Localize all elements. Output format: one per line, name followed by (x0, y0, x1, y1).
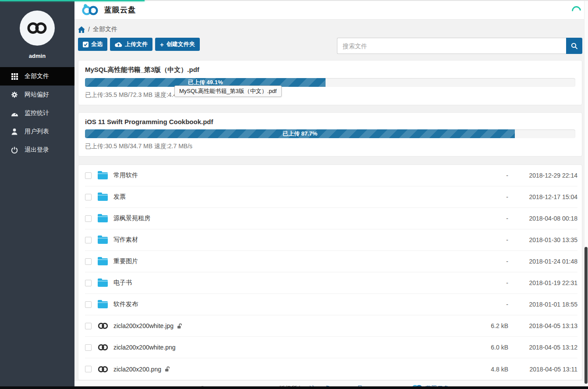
file-date: 2018-01-19 22:31 (508, 279, 577, 286)
file-name[interactable]: 重要图片 (113, 257, 138, 265)
scrollbar-thumb[interactable] (584, 247, 588, 384)
gear-icon (11, 91, 18, 98)
file-name[interactable]: zicla200x200.png (113, 366, 161, 373)
folder-icon (98, 172, 108, 179)
file-size: - (460, 279, 508, 286)
icon-cell (98, 322, 113, 329)
sidebar-item-label: 退出登录 (25, 146, 49, 154)
table-row[interactable]: zicla200x200white.png 6.0 kB 2018-04-05 … (85, 337, 577, 358)
main-area: 蓝眼云盘 / 全部文件 全选 (74, 0, 588, 386)
file-name[interactable]: 软件发布 (113, 300, 138, 308)
table-row[interactable]: 写作素材 - 2018-01-30 13:35 (85, 229, 577, 251)
file-date: 2018-04-08 00:18 (508, 215, 577, 222)
file-size: - (460, 172, 508, 179)
row-checkbox[interactable] (85, 344, 92, 351)
upload-progress-track: 已上传 49.1% (85, 78, 575, 87)
brand-logo-icon (80, 3, 100, 16)
table-row[interactable]: 电子书 - 2018-01-19 22:31 (85, 272, 577, 294)
sidebar-item-label: 用户列表 (25, 128, 49, 136)
icon-cell (98, 236, 113, 244)
upload-card: MySQL高性能书籍_第3版（中文）.pdf 已上传 49.1% 已上传:35.… (78, 60, 582, 105)
table-row[interactable]: 发票 - 2018-12-17 15:04 (85, 186, 577, 208)
table-row[interactable]: 源枫景苑租房 - 2018-04-08 00:18 (85, 208, 577, 229)
sidebar-item-all-files[interactable]: 全部文件 (0, 67, 74, 86)
sidebar: admin 全部文件 网站偏好 (0, 0, 74, 386)
table-row[interactable]: 重要图片 - 2018-01-24 01:48 (85, 251, 577, 272)
icon-cell (98, 300, 113, 308)
row-checkbox[interactable] (85, 172, 92, 179)
row-checkbox[interactable] (85, 215, 92, 222)
image-file-icon (98, 344, 108, 351)
row-checkbox[interactable] (85, 301, 92, 308)
icon-cell (98, 171, 113, 179)
file-name[interactable]: zicla200x200white.png (113, 344, 176, 351)
breadcrumb: / 全部文件 (78, 25, 582, 33)
folder-icon (98, 194, 108, 201)
file-name[interactable]: 写作素材 (113, 236, 138, 244)
sidebar-item-label: 监控统计 (25, 109, 49, 117)
table-row[interactable]: zicla200x200.png 4.8 kB 2018-04-05 13:11 (85, 358, 577, 380)
row-checkbox[interactable] (85, 194, 92, 200)
icon-cell (98, 257, 113, 265)
icon-cell (98, 344, 113, 351)
create-folder-label: 创建文件夹 (166, 40, 195, 48)
sidebar-item-user-list[interactable]: 用户列表 (0, 122, 74, 141)
file-date: 2018-04-05 13:13 (508, 322, 577, 329)
upload-file-label: 上传文件 (125, 40, 148, 48)
file-size: - (460, 215, 508, 222)
search-input[interactable] (337, 38, 566, 54)
dashboard-icon (11, 110, 18, 117)
unlock-icon (177, 323, 182, 329)
upload-file-button[interactable]: 上传文件 (110, 38, 152, 51)
file-date: 2018-04-05 13:12 (508, 344, 577, 351)
sidebar-item-preferences[interactable]: 网站偏好 (0, 86, 74, 104)
file-date: 2018-01-30 13:35 (508, 236, 577, 243)
image-file-icon (98, 322, 108, 329)
upload-tooltip: MySQL高性能书籍_第3版（中文）.pdf (174, 86, 282, 97)
app-header: 蓝眼云盘 (74, 0, 588, 20)
upload-status: 已上传:35.5 MB/72.3 MB 速度:4.4 MB/s (85, 91, 575, 99)
file-name[interactable]: 源枫景苑租房 (113, 214, 150, 222)
file-name[interactable]: 常用软件 (113, 171, 138, 179)
sidebar-item-logout[interactable]: 退出登录 (0, 141, 74, 159)
infinity-logo-icon (25, 20, 50, 36)
search-button[interactable] (566, 38, 582, 54)
folder-icon (98, 215, 108, 222)
file-date: 2018-12-29 22:14 (508, 172, 577, 179)
file-name[interactable]: 发票 (113, 193, 126, 201)
toolbar-buttons: 全选 上传文件 + 创建文件夹 (78, 38, 200, 51)
file-list: 常用软件 - 2018-12-29 22:14 发票 - 2018-12-17 … (78, 164, 582, 380)
row-checkbox[interactable] (85, 237, 92, 243)
home-icon[interactable] (78, 26, 85, 33)
row-checkbox[interactable] (85, 323, 92, 329)
create-folder-button[interactable]: + 创建文件夹 (155, 38, 200, 51)
row-checkbox[interactable] (85, 366, 92, 372)
file-size: 4.8 kB (460, 366, 508, 373)
table-row[interactable]: zicla200x200white.jpg 6.2 kB 2018-04-05 … (85, 315, 577, 337)
select-all-button[interactable]: 全选 (78, 38, 107, 51)
app-title: 蓝眼云盘 (104, 5, 136, 15)
file-size: - (460, 236, 508, 243)
breadcrumb-current: 全部文件 (93, 25, 117, 33)
row-checkbox[interactable] (85, 258, 92, 265)
search-group (337, 38, 582, 54)
avatar[interactable] (20, 11, 55, 46)
folder-icon (98, 280, 108, 287)
select-all-label: 全选 (91, 40, 103, 48)
file-name[interactable]: zicla200x200white.jpg (113, 322, 174, 329)
plus-icon: + (160, 41, 164, 48)
loading-spinner-icon (570, 4, 583, 18)
table-row[interactable]: 常用软件 - 2018-12-29 22:14 (85, 165, 577, 186)
upload-filename: iOS 11 Swift Programming Cookbook.pdf (85, 118, 575, 125)
file-size: 6.2 kB (460, 322, 508, 329)
table-row[interactable]: 软件发布 - 2018-01-01 18:55 (85, 294, 577, 315)
file-size: - (460, 193, 508, 200)
user-icon (11, 128, 18, 135)
sidebar-item-monitor-stats[interactable]: 监控统计 (0, 104, 74, 122)
file-size: - (460, 258, 508, 265)
row-checkbox[interactable] (85, 280, 92, 286)
grid-icon (11, 73, 18, 80)
toolbar: 全选 上传文件 + 创建文件夹 (78, 38, 582, 54)
file-name[interactable]: 电子书 (113, 279, 132, 287)
icon-cell (98, 279, 113, 287)
